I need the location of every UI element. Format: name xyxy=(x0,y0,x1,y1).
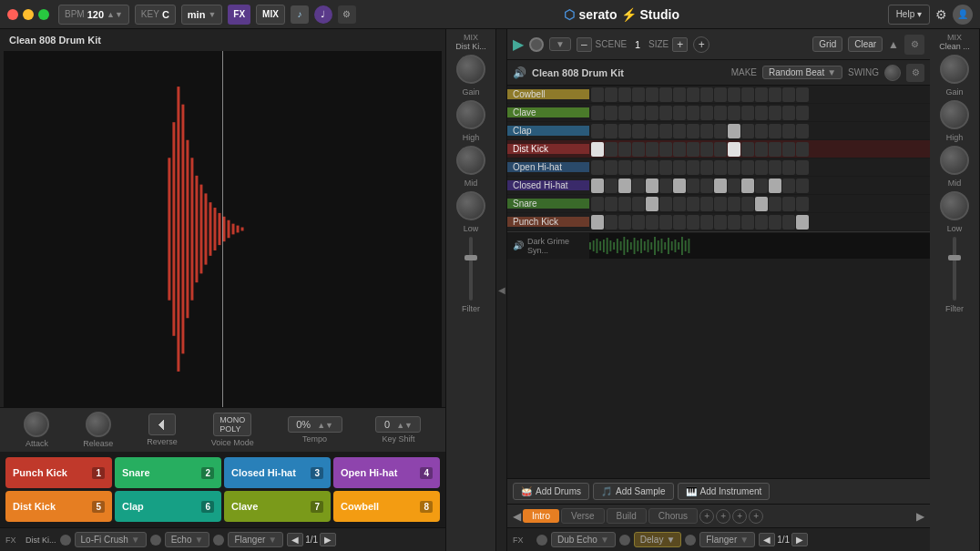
step[interactable] xyxy=(769,197,781,211)
close-button[interactable] xyxy=(7,9,18,20)
step[interactable] xyxy=(741,106,754,120)
fx-dot-1[interactable] xyxy=(60,535,71,546)
step[interactable] xyxy=(632,197,645,211)
gain-knob-left[interactable] xyxy=(456,55,485,84)
high-knob-right[interactable] xyxy=(940,100,969,129)
step[interactable] xyxy=(728,124,740,138)
step[interactable] xyxy=(769,160,781,175)
step[interactable] xyxy=(796,124,809,138)
step[interactable] xyxy=(687,179,699,193)
step[interactable] xyxy=(591,179,604,193)
step[interactable] xyxy=(659,160,672,175)
step[interactable] xyxy=(796,179,809,193)
fx-nav-bottom-next[interactable]: ▶ xyxy=(791,533,808,546)
release-knob[interactable] xyxy=(86,412,111,437)
play-button[interactable]: ▶ xyxy=(513,36,524,53)
step[interactable] xyxy=(755,179,768,193)
step[interactable] xyxy=(769,124,781,138)
step[interactable] xyxy=(632,124,645,138)
step[interactable] xyxy=(687,142,699,157)
step[interactable] xyxy=(700,179,713,193)
step[interactable] xyxy=(687,160,699,175)
step[interactable] xyxy=(632,142,645,157)
step[interactable] xyxy=(673,179,686,193)
step[interactable] xyxy=(632,215,645,230)
step[interactable] xyxy=(796,197,809,211)
step[interactable] xyxy=(605,197,618,211)
reverse-button[interactable]: ⏴ xyxy=(148,413,176,435)
step[interactable] xyxy=(728,197,740,211)
avatar[interactable]: 👤 xyxy=(953,5,973,25)
fx-nav-prev[interactable]: ◀ xyxy=(287,533,303,546)
fx-slot-echo[interactable]: Echo ▼ xyxy=(165,532,210,547)
gain-knob-right[interactable] xyxy=(940,55,969,84)
step[interactable] xyxy=(700,197,713,211)
gear-button[interactable]: ⚙ xyxy=(935,7,947,22)
clear-button[interactable]: Clear xyxy=(848,36,883,52)
step[interactable] xyxy=(605,160,618,175)
step[interactable] xyxy=(618,179,631,193)
add-drums-button[interactable]: 🥁 Add Drums xyxy=(513,483,589,500)
fx-dot-bottom-1[interactable] xyxy=(536,535,547,546)
add-sample-button[interactable]: 🎵 Add Sample xyxy=(593,483,673,500)
mix-button[interactable]: MIX xyxy=(256,5,285,25)
speaker-icon[interactable]: 🔊 xyxy=(513,66,526,79)
step[interactable] xyxy=(673,142,686,157)
step[interactable] xyxy=(659,142,672,157)
step[interactable] xyxy=(741,160,754,175)
step[interactable] xyxy=(782,215,795,230)
step[interactable] xyxy=(782,179,795,193)
step[interactable] xyxy=(618,124,631,138)
tempo-display[interactable]: 0% ▲▼ xyxy=(288,416,342,433)
step[interactable] xyxy=(755,87,768,102)
scene-intro[interactable]: Intro xyxy=(523,509,559,523)
filter-fader-right[interactable] xyxy=(953,237,956,301)
step[interactable] xyxy=(714,124,727,138)
step[interactable] xyxy=(782,124,795,138)
step[interactable] xyxy=(591,197,604,211)
step[interactable] xyxy=(591,106,604,120)
scale-control[interactable]: min ▼ xyxy=(181,5,222,25)
step[interactable] xyxy=(659,179,672,193)
fx-slot-flanger-bottom[interactable]: Flanger ▼ xyxy=(699,532,755,547)
scene-add-1[interactable]: + xyxy=(699,509,714,524)
filter-fader-thumb-left[interactable] xyxy=(464,255,477,260)
step[interactable] xyxy=(646,142,658,157)
step[interactable] xyxy=(714,106,727,120)
step[interactable] xyxy=(632,179,645,193)
step[interactable] xyxy=(591,160,604,175)
fx-dot-3[interactable] xyxy=(213,535,224,546)
pad-open-hihat[interactable]: Open Hi-hat 4 xyxy=(333,457,440,488)
step[interactable] xyxy=(782,160,795,175)
scene-prev[interactable]: – xyxy=(577,37,592,52)
pad-snare[interactable]: Snare 2 xyxy=(115,457,221,488)
fx-nav-bottom-prev[interactable]: ◀ xyxy=(759,533,775,546)
step[interactable] xyxy=(687,197,699,211)
step[interactable] xyxy=(755,124,768,138)
low-knob-right[interactable] xyxy=(940,191,969,220)
fx-nav-next[interactable]: ▶ xyxy=(320,533,336,546)
step[interactable] xyxy=(659,87,672,102)
step[interactable] xyxy=(728,215,740,230)
mid-knob-right[interactable] xyxy=(940,146,969,175)
step[interactable] xyxy=(714,197,727,211)
step[interactable] xyxy=(605,87,618,102)
plugin-button[interactable]: ♪ xyxy=(291,5,309,24)
step[interactable] xyxy=(796,142,809,157)
step[interactable] xyxy=(769,179,781,193)
step[interactable] xyxy=(632,87,645,102)
fx-slot-dub-echo[interactable]: Dub Echo ▼ xyxy=(551,532,616,547)
step[interactable] xyxy=(700,106,713,120)
step[interactable] xyxy=(796,215,809,230)
dropdown-button[interactable]: ▼ xyxy=(549,37,571,51)
pad-closed-hihat[interactable]: Closed Hi-hat 3 xyxy=(224,457,331,488)
step[interactable] xyxy=(728,142,740,157)
step[interactable] xyxy=(769,142,781,157)
step[interactable] xyxy=(646,179,658,193)
step[interactable] xyxy=(769,87,781,102)
scene-add-2[interactable]: + xyxy=(716,509,730,524)
step[interactable] xyxy=(728,87,740,102)
key-shift-display[interactable]: 0 ▲▼ xyxy=(375,416,421,433)
step[interactable] xyxy=(741,142,754,157)
fx-dot-2[interactable] xyxy=(150,535,161,546)
